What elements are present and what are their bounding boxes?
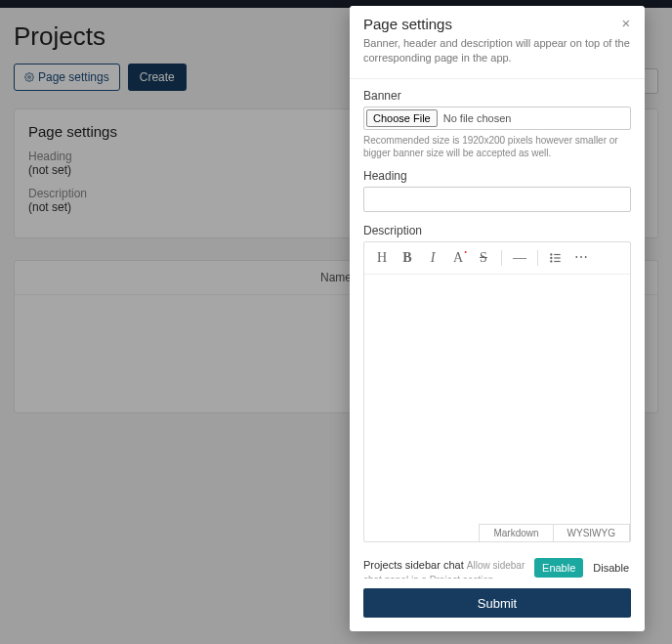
choose-file-button[interactable]: Choose File bbox=[366, 109, 438, 127]
svg-point-5 bbox=[551, 257, 552, 258]
heading-field-label: Heading bbox=[363, 169, 631, 183]
modal-title: Page settings bbox=[363, 16, 631, 32]
heading-input[interactable] bbox=[363, 187, 631, 212]
heading-icon[interactable]: H bbox=[370, 246, 394, 270]
description-editor: H B I A• S — ⋯ Markdown WYSIWYG bbox=[363, 241, 631, 542]
hr-icon[interactable]: — bbox=[508, 246, 531, 270]
bold-icon[interactable]: B bbox=[396, 246, 419, 270]
page-settings-modal: Page settings Banner, header and descrip… bbox=[350, 6, 645, 631]
editor-mode-tabs: Markdown WYSIWYG bbox=[364, 524, 630, 541]
italic-icon[interactable]: I bbox=[421, 246, 444, 270]
file-name: No file chosen bbox=[440, 112, 512, 124]
sidebar-chat-label: Projects sidebar chat bbox=[363, 559, 464, 571]
modal-footer: Submit bbox=[350, 579, 645, 631]
close-icon[interactable]: × bbox=[617, 14, 635, 31]
editor-textarea[interactable] bbox=[364, 275, 630, 524]
banner-hint: Recommended size is 1920x200 pixels howe… bbox=[363, 134, 631, 159]
sidebar-chat-row: Projects sidebar chat Allow sidebar chat… bbox=[363, 558, 631, 579]
modal-body: Banner Choose File No file chosen Recomm… bbox=[350, 79, 645, 579]
modal-header: Page settings Banner, header and descrip… bbox=[350, 6, 645, 79]
tab-wysiwyg[interactable]: WYSIWYG bbox=[553, 524, 630, 541]
sidebar-chat-text: Projects sidebar chat Allow sidebar chat… bbox=[363, 558, 526, 579]
enable-button[interactable]: Enable bbox=[534, 558, 583, 578]
toolbar-separator bbox=[501, 250, 502, 266]
list-icon[interactable] bbox=[544, 246, 567, 270]
modal-subtitle: Banner, header and description will appe… bbox=[363, 36, 631, 66]
description-field-label: Description bbox=[363, 224, 631, 237]
banner-file-input[interactable]: Choose File No file chosen bbox=[363, 107, 631, 130]
banner-label: Banner bbox=[363, 89, 631, 103]
font-color-icon[interactable]: A• bbox=[446, 246, 470, 270]
submit-button[interactable]: Submit bbox=[363, 588, 631, 618]
strike-icon[interactable]: S bbox=[472, 246, 495, 270]
svg-point-6 bbox=[551, 261, 552, 262]
disable-button[interactable]: Disable bbox=[591, 558, 631, 578]
tab-markdown[interactable]: Markdown bbox=[479, 524, 552, 541]
svg-point-4 bbox=[551, 254, 552, 255]
more-icon[interactable]: ⋯ bbox=[569, 246, 593, 270]
toolbar-separator bbox=[537, 250, 538, 266]
bullet-list-icon bbox=[549, 251, 563, 265]
editor-toolbar: H B I A• S — ⋯ bbox=[364, 242, 630, 275]
